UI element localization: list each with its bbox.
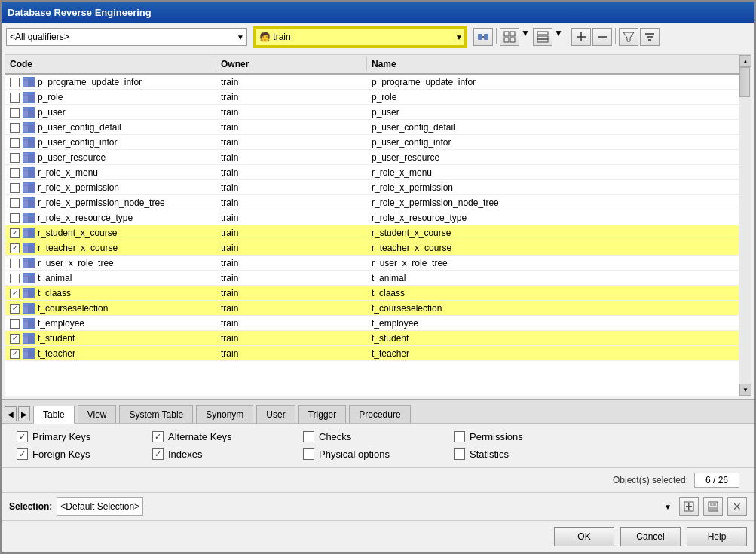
- row-checkbox[interactable]: [10, 198, 20, 208]
- permissions-option[interactable]: Permissions: [454, 431, 604, 442]
- table-row[interactable]: r_teacher_x_coursetrainr_teacher_x_cours…: [5, 240, 751, 256]
- alternate-keys-checkbox[interactable]: [152, 431, 164, 442]
- foreign-keys-checkbox[interactable]: [17, 448, 28, 460]
- row-checkbox[interactable]: [10, 153, 20, 163]
- dropdown-trigger-1[interactable]: ▼: [521, 28, 531, 46]
- selection-delete-button[interactable]: ✕: [727, 497, 747, 516]
- row-checkbox[interactable]: [10, 349, 20, 359]
- table-row[interactable]: r_user_x_role_treetrainr_user_x_role_tre…: [5, 256, 751, 271]
- row-checkbox[interactable]: [10, 183, 20, 193]
- connect-button[interactable]: [473, 28, 493, 46]
- table-row-icon: [23, 318, 35, 329]
- collapse-button[interactable]: [592, 28, 612, 46]
- list-button[interactable]: [533, 28, 552, 46]
- row-checkbox[interactable]: [10, 243, 20, 253]
- row-checkbox[interactable]: [10, 228, 20, 238]
- tab-trigger[interactable]: Trigger: [298, 405, 347, 423]
- table-row[interactable]: p_user_config_infortrainp_user_config_in…: [5, 135, 751, 150]
- scrollbar[interactable]: ▲ ▼: [739, 55, 751, 396]
- table-row[interactable]: t_animaltraint_animal: [5, 271, 751, 286]
- expand-button[interactable]: [571, 28, 591, 46]
- row-checkbox[interactable]: [10, 304, 20, 314]
- statistics-checkbox[interactable]: [454, 448, 465, 460]
- row-checkbox[interactable]: [10, 289, 20, 298]
- row-checkbox[interactable]: [10, 319, 20, 329]
- row-owner-cell: train: [216, 346, 367, 361]
- table-row[interactable]: p_usertrainp_user: [5, 105, 751, 120]
- svg-rect-27: [28, 125, 34, 132]
- separator-2: [568, 28, 568, 44]
- qualifier-dropdown-wrapper[interactable]: <All qualifiers> ▼: [6, 28, 247, 46]
- selection-dropdown[interactable]: <Default Selection>: [57, 497, 143, 516]
- dropdown-trigger-2[interactable]: ▼: [554, 28, 565, 46]
- foreign-keys-option[interactable]: Foreign Keys: [17, 448, 152, 460]
- tab-table[interactable]: Table: [33, 406, 75, 424]
- tab-procedure[interactable]: Procedure: [349, 405, 410, 423]
- train-dropdown-wrapper[interactable]: 🧑 train ▼: [255, 27, 466, 47]
- physical-options-checkbox[interactable]: [303, 448, 314, 460]
- row-checkbox[interactable]: [10, 78, 20, 87]
- tab-user[interactable]: User: [256, 405, 295, 423]
- cancel-button[interactable]: Cancel: [620, 527, 681, 546]
- title-bar: Database Reverse Engineering: [2, 2, 754, 23]
- indexes-checkbox[interactable]: [152, 448, 164, 460]
- table-row[interactable]: t_employeetraint_employee: [5, 316, 751, 331]
- filter-button[interactable]: [619, 28, 638, 46]
- table-row[interactable]: t_claasstraint_claass: [5, 286, 751, 301]
- row-checkbox[interactable]: [10, 274, 20, 283]
- row-checkbox[interactable]: [10, 168, 20, 178]
- ok-button[interactable]: OK: [554, 527, 614, 546]
- svg-rect-36: [28, 170, 34, 177]
- primary-keys-option[interactable]: Primary Keys: [17, 431, 152, 442]
- table-row[interactable]: r_role_x_menutrainr_role_x_menu: [5, 165, 751, 180]
- statistics-option[interactable]: Statistics: [454, 448, 604, 460]
- table-row-icon: [23, 228, 35, 238]
- table-row[interactable]: t_teachertraint_teacher: [5, 346, 751, 361]
- row-name-cell: p_role: [367, 90, 751, 105]
- scroll-down-button[interactable]: ▼: [739, 384, 751, 396]
- svg-rect-72: [28, 351, 34, 358]
- row-checkbox[interactable]: [10, 108, 20, 118]
- checks-checkbox[interactable]: [303, 431, 314, 442]
- table-row[interactable]: p_user_resourcetrainp_user_resource: [5, 150, 751, 165]
- table-row[interactable]: t_courseselectiontraint_courseselection: [5, 301, 751, 316]
- row-checkbox[interactable]: [10, 259, 20, 268]
- row-checkbox[interactable]: [10, 93, 20, 103]
- indexes-option[interactable]: Indexes: [152, 448, 303, 460]
- row-checkbox[interactable]: [10, 138, 20, 148]
- scroll-thumb[interactable]: [739, 67, 750, 97]
- selection-dropdown-wrapper[interactable]: <Default Selection> ▼: [57, 497, 675, 516]
- table-row[interactable]: p_user_config_detailtrainp_user_config_d…: [5, 120, 751, 135]
- table-row[interactable]: r_role_x_permissiontrainr_role_x_permiss…: [5, 180, 751, 195]
- table-row[interactable]: t_studenttraint_student: [5, 331, 751, 346]
- table-row[interactable]: r_student_x_coursetrainr_student_x_cours…: [5, 225, 751, 240]
- primary-keys-checkbox[interactable]: [17, 431, 28, 442]
- selection-open-button[interactable]: [679, 497, 699, 516]
- table-row[interactable]: p_programe_update_infortrainp_programe_u…: [5, 75, 751, 90]
- table-row[interactable]: r_role_x_resource_typetrainr_role_x_reso…: [5, 210, 751, 225]
- tab-view[interactable]: View: [78, 405, 117, 423]
- tab-system-table[interactable]: System Table: [119, 405, 193, 423]
- tab-prev-button[interactable]: ◀: [5, 406, 17, 421]
- sort-button[interactable]: [640, 28, 660, 46]
- row-checkbox[interactable]: [10, 123, 20, 133]
- qualifier-dropdown[interactable]: <All qualifiers>: [6, 28, 247, 46]
- table-row-icon: [23, 258, 35, 268]
- alternate-keys-option[interactable]: Alternate Keys: [152, 431, 303, 442]
- help-button[interactable]: Help: [687, 527, 747, 546]
- svg-rect-54: [28, 261, 34, 268]
- physical-options-option[interactable]: Physical options: [303, 448, 454, 460]
- table-row[interactable]: r_role_x_permission_node_treetrainr_role…: [5, 195, 751, 210]
- selection-save-button[interactable]: [703, 497, 723, 516]
- svg-rect-69: [28, 336, 34, 343]
- scroll-up-button[interactable]: ▲: [739, 55, 751, 67]
- row-checkbox[interactable]: [10, 334, 20, 344]
- tab-next-button[interactable]: ▶: [18, 406, 30, 421]
- grid-button[interactable]: [500, 28, 519, 46]
- train-dropdown[interactable]: 🧑 train: [255, 27, 466, 47]
- tab-synonym[interactable]: Synonym: [196, 405, 253, 423]
- table-row[interactable]: p_roletrainp_role: [5, 90, 751, 105]
- checks-option[interactable]: Checks: [303, 431, 454, 442]
- row-checkbox[interactable]: [10, 213, 20, 223]
- permissions-checkbox[interactable]: [454, 431, 465, 442]
